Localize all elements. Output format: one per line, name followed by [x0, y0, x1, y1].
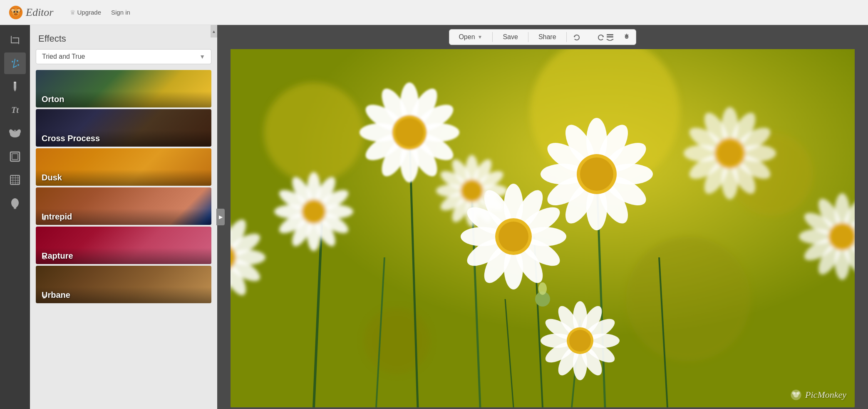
image-container: PicMonkey	[217, 49, 868, 409]
left-toolbar: Tt	[0, 25, 30, 409]
textures-tool[interactable]	[4, 169, 26, 191]
svg-point-138	[463, 182, 481, 200]
effect-label: Cross Process	[42, 134, 206, 143]
svg-point-7	[11, 9, 14, 12]
effect-item-urbane[interactable]: Urbane ♛	[36, 266, 211, 303]
svg-rect-34	[14, 208, 16, 209]
effect-item-intrepid[interactable]: Intrepid ♛	[36, 187, 211, 225]
top-bar: Editor ♛ Upgrade Sign in	[0, 0, 868, 25]
svg-point-182	[569, 330, 591, 352]
effects-category-dropdown[interactable]: Tried and True ▼	[36, 49, 211, 64]
svg-point-168	[831, 225, 854, 248]
flower-svg	[231, 49, 855, 407]
svg-point-96	[304, 202, 324, 222]
dropdown-arrow-icon: ▼	[199, 53, 205, 60]
effect-label: Rapture	[42, 251, 206, 261]
save-button[interactable]: Save	[495, 30, 525, 44]
svg-point-45	[626, 237, 751, 362]
open-dropdown-icon: ▼	[478, 34, 483, 40]
svg-marker-36	[602, 36, 604, 37]
svg-rect-38	[607, 36, 613, 37]
effect-item-dusk[interactable]: Dusk	[36, 148, 211, 186]
svg-rect-9	[11, 36, 12, 43]
crop-tool[interactable]	[4, 29, 26, 51]
svg-marker-19	[14, 89, 16, 92]
main-layout: Tt	[0, 25, 868, 409]
premium-icon: ♛	[42, 215, 47, 222]
canvas-area: Open ▼ Save Share	[217, 25, 868, 409]
canvas-image: PicMonkey	[231, 49, 855, 407]
svg-point-186	[794, 392, 799, 398]
svg-point-140	[538, 282, 547, 295]
panel-expand-arrow[interactable]: ▶	[216, 209, 225, 225]
svg-point-17	[17, 64, 19, 66]
toolbar-divider	[528, 32, 528, 42]
top-nav: ♛ Upgrade Sign in	[70, 9, 130, 16]
app-title: Editor	[26, 6, 53, 19]
svg-point-41	[264, 82, 364, 182]
svg-point-154	[717, 141, 742, 166]
logo-area: Editor	[8, 5, 53, 20]
toolbar-divider	[492, 32, 493, 42]
overlay-tool[interactable]	[4, 122, 26, 144]
svg-point-6	[14, 13, 18, 15]
svg-rect-12	[18, 37, 19, 44]
undo-button[interactable]	[569, 30, 584, 45]
svg-point-15	[17, 60, 18, 62]
premium-icon: ♛	[42, 293, 47, 300]
canvas-toolbar-inner: Open ▼ Save Share	[449, 29, 636, 45]
svg-rect-26	[12, 154, 18, 160]
panel-header: Effects	[30, 25, 217, 49]
svg-line-13	[13, 59, 15, 67]
effect-label: Urbane	[42, 290, 206, 300]
share-button[interactable]: Share	[531, 30, 564, 44]
side-panel: ▲ Effects Tried and True ▼ Orton Cross P…	[30, 25, 217, 409]
effect-item-rapture[interactable]: Rapture ♛	[36, 227, 211, 264]
effect-label: Orton	[42, 95, 206, 104]
effect-label: Intrepid	[42, 212, 206, 222]
canvas-toolbar: Open ▼ Save Share	[217, 25, 868, 49]
svg-rect-37	[607, 34, 613, 35]
svg-point-124	[498, 222, 528, 252]
draw-tool[interactable]	[4, 76, 26, 97]
open-button[interactable]: Open ▼	[451, 30, 490, 44]
svg-rect-10	[11, 42, 18, 43]
svg-rect-27	[10, 175, 20, 185]
effect-item-crossprocess[interactable]: Cross Process	[36, 109, 211, 147]
upgrade-button[interactable]: ♛ Upgrade	[70, 9, 101, 16]
panel-content: Tried and True ▼ Orton Cross Process Dus…	[30, 49, 217, 409]
themes-tool[interactable]	[4, 192, 26, 214]
effect-label: Dusk	[42, 173, 206, 182]
text-tool[interactable]: Tt	[4, 99, 26, 121]
signin-button[interactable]: Sign in	[111, 9, 130, 16]
svg-point-44	[364, 307, 430, 374]
effect-item-orton[interactable]: Orton	[36, 70, 211, 107]
crown-icon: ♛	[70, 9, 75, 16]
picmonkey-watermark: PicMonkey	[790, 389, 846, 401]
svg-rect-11	[12, 37, 19, 38]
svg-point-16	[12, 61, 13, 62]
dropdown-value: Tried and True	[42, 53, 85, 60]
settings-button[interactable]	[619, 30, 634, 45]
logo-icon	[8, 5, 23, 20]
svg-point-24	[14, 130, 16, 132]
toolbar-divider	[566, 32, 567, 42]
svg-point-82	[580, 157, 613, 191]
premium-icon: ♛	[42, 254, 47, 261]
frames-tool[interactable]	[4, 146, 26, 167]
touch-up-tool[interactable]	[4, 52, 26, 74]
svg-point-68	[395, 118, 424, 147]
redo-button[interactable]	[586, 30, 601, 45]
svg-point-8	[17, 9, 20, 12]
scroll-top-button[interactable]: ▲	[211, 25, 217, 37]
svg-rect-20	[14, 82, 16, 83]
panel-title: Effects	[38, 33, 66, 44]
